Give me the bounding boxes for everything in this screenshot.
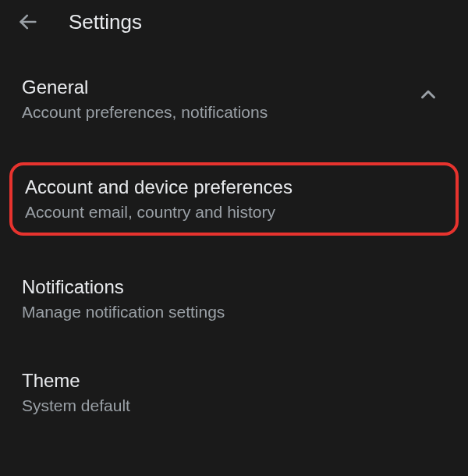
section-title: Account and device preferences: [25, 176, 443, 198]
chevron-up-icon: [417, 83, 440, 109]
section-title: General: [22, 76, 417, 98]
settings-item-general[interactable]: General Account preferences, notificatio…: [0, 62, 468, 136]
settings-item-notifications[interactable]: Notifications Manage notification settin…: [0, 262, 468, 336]
page-title: Settings: [69, 10, 142, 34]
section-subtitle: Account email, country and history: [25, 203, 443, 222]
back-button[interactable]: [12, 6, 44, 37]
section-subtitle: Account preferences, notifications: [22, 103, 417, 122]
back-arrow-icon: [17, 11, 39, 33]
section-subtitle: System default: [22, 396, 446, 415]
header: Settings: [0, 0, 468, 44]
section-title: Theme: [22, 370, 446, 392]
settings-list: General Account preferences, notificatio…: [0, 44, 468, 429]
section-subtitle: Manage notification settings: [22, 303, 446, 321]
settings-item-theme[interactable]: Theme System default: [0, 356, 468, 429]
settings-item-account-highlighted[interactable]: Account and device preferences Account e…: [9, 162, 459, 236]
section-title: Notifications: [22, 276, 446, 298]
